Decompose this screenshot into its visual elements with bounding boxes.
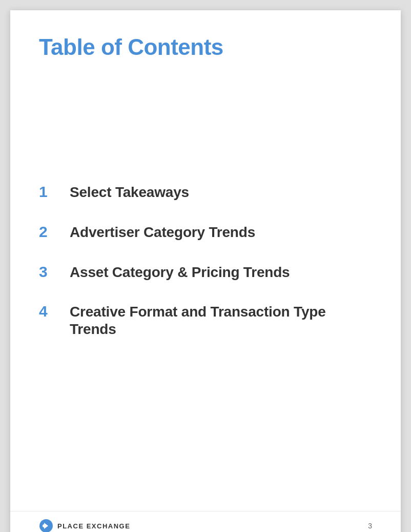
toc-item: 3Asset Category & Pricing Trends <box>39 252 372 292</box>
toc-label-1: Select Takeaways <box>70 184 189 201</box>
place-exchange-logo-icon <box>39 519 53 532</box>
footer-logo: PLACE EXCHANGE <box>39 519 130 532</box>
toc-label-3: Asset Category & Pricing Trends <box>70 264 290 281</box>
toc-label-4: Creative Format and Transaction Type Tre… <box>70 303 372 338</box>
toc-label-2: Advertiser Category Trends <box>70 224 255 241</box>
toc-number-4: 4 <box>39 304 70 319</box>
page-title: Table of Contents <box>39 35 372 60</box>
page-footer: PLACE EXCHANGE 3 <box>10 511 401 532</box>
footer-page-number: 3 <box>368 522 372 530</box>
toc-item: 1Select Takeaways <box>39 172 372 212</box>
toc-number-1: 1 <box>39 184 70 200</box>
page: Table of Contents 1Select Takeaways2Adve… <box>10 10 401 532</box>
footer-logo-text: PLACE EXCHANGE <box>57 522 130 530</box>
page-content: Table of Contents 1Select Takeaways2Adve… <box>10 10 401 511</box>
toc-list: 1Select Takeaways2Advertiser Category Tr… <box>39 172 372 349</box>
toc-number-3: 3 <box>39 264 70 280</box>
toc-item: 4Creative Format and Transaction Type Tr… <box>39 292 372 349</box>
svg-point-1 <box>43 524 46 527</box>
toc-number-2: 2 <box>39 224 70 240</box>
toc-item: 2Advertiser Category Trends <box>39 212 372 252</box>
